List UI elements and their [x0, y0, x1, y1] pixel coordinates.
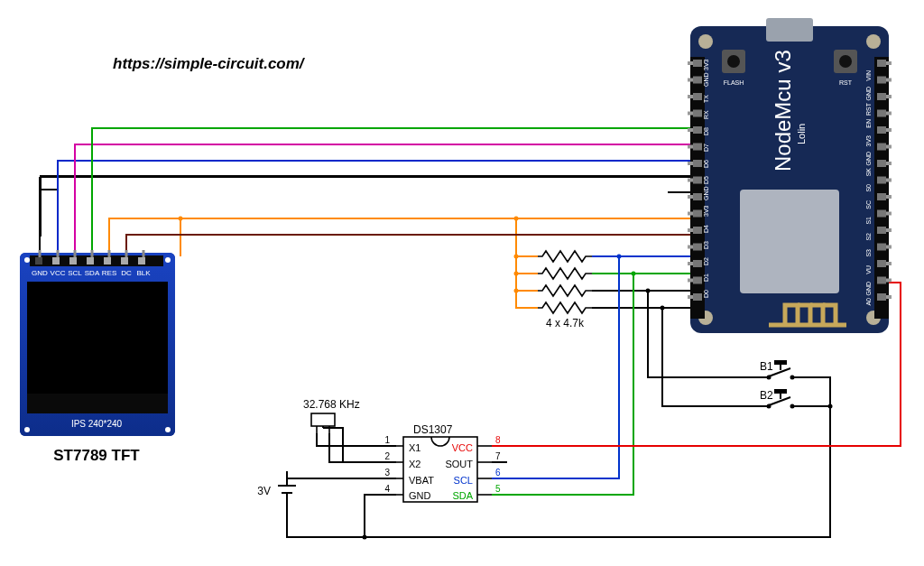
svg-rect-118 [693, 293, 702, 301]
svg-text:D2: D2 [703, 257, 709, 265]
svg-text:B2: B2 [760, 389, 773, 402]
svg-point-41 [24, 427, 30, 432]
svg-text:D7: D7 [703, 144, 709, 152]
svg-text:BLK: BLK [136, 269, 151, 277]
svg-rect-155 [774, 360, 787, 365]
svg-text:VIN: VIN [865, 70, 872, 81]
svg-text:VBAT: VBAT [409, 475, 434, 486]
svg-point-46 [866, 34, 881, 49]
svg-rect-133 [886, 162, 892, 165]
svg-rect-143 [886, 246, 892, 249]
svg-text:D6: D6 [703, 160, 709, 168]
svg-text:VU: VU [865, 265, 872, 274]
svg-text:GND: GND [865, 87, 872, 101]
svg-text:RST: RST [865, 102, 872, 116]
svg-text:GND: GND [865, 282, 872, 296]
svg-rect-97 [688, 112, 693, 116]
svg-point-10 [828, 404, 833, 409]
svg-rect-103 [688, 162, 693, 165]
svg-rect-107 [688, 195, 693, 199]
svg-point-45 [698, 34, 713, 49]
svg-text:TX: TX [703, 95, 709, 103]
svg-rect-132 [877, 160, 886, 167]
svg-rect-108 [693, 210, 702, 218]
svg-text:SCL: SCL [68, 269, 82, 277]
svg-rect-124 [877, 93, 886, 100]
svg-rect-131 [886, 145, 892, 149]
svg-rect-104 [693, 177, 702, 184]
svg-rect-122 [877, 77, 886, 84]
svg-text:D8: D8 [703, 127, 709, 135]
svg-text:NodeMcu v3: NodeMcu v3 [771, 50, 795, 172]
nodemcu: FLASH RST NodeMcu v3 Lolin 3V3 GND TX RX [690, 18, 889, 333]
svg-text:S1: S1 [865, 217, 872, 225]
svg-point-161 [790, 404, 795, 409]
svg-text:X2: X2 [409, 459, 420, 469]
svg-text:6: 6 [495, 468, 501, 478]
svg-text:2: 2 [384, 451, 390, 461]
battery-label: 3V [257, 485, 271, 497]
svg-text:3: 3 [384, 468, 390, 478]
svg-text:S0: S0 [865, 184, 872, 192]
svg-text:D0: D0 [703, 290, 709, 298]
svg-text:SOUT: SOUT [445, 459, 473, 469]
svg-rect-105 [688, 179, 693, 182]
svg-text:3V3: 3V3 [703, 205, 709, 217]
svg-text:DS1307: DS1307 [413, 423, 453, 436]
source-url: https://simple-circuit.com/ [113, 55, 306, 72]
svg-text:A0: A0 [865, 298, 872, 306]
svg-text:8: 8 [495, 435, 501, 445]
svg-text:RX: RX [703, 110, 709, 119]
svg-rect-101 [688, 145, 693, 149]
svg-rect-106 [693, 193, 702, 200]
svg-rect-92 [693, 77, 702, 84]
svg-text:SK: SK [865, 168, 872, 177]
svg-text:SCL: SCL [454, 475, 473, 486]
svg-text:GND: GND [703, 72, 709, 87]
svg-point-40 [165, 257, 171, 263]
svg-rect-21 [138, 257, 145, 264]
svg-rect-49 [740, 190, 839, 293]
svg-text:1: 1 [384, 435, 390, 445]
svg-point-3 [514, 255, 519, 259]
svg-text:D5: D5 [703, 176, 709, 184]
svg-rect-134 [877, 177, 886, 184]
svg-text:X1: X1 [409, 442, 420, 453]
svg-rect-140 [877, 227, 886, 234]
svg-rect-141 [886, 228, 892, 232]
svg-rect-98 [693, 126, 702, 134]
svg-rect-44 [766, 18, 813, 42]
svg-rect-117 [688, 279, 693, 283]
svg-rect-90 [693, 60, 702, 67]
svg-rect-94 [693, 93, 702, 100]
svg-point-53 [839, 55, 852, 68]
svg-rect-192 [311, 413, 335, 426]
svg-rect-119 [688, 295, 693, 299]
svg-rect-139 [886, 212, 892, 216]
svg-text:3V3: 3V3 [703, 59, 709, 70]
svg-point-153 [790, 376, 795, 380]
svg-text:RST: RST [839, 79, 853, 86]
svg-rect-145 [886, 262, 892, 265]
svg-text:VCC: VCC [51, 269, 66, 277]
resistor-label: 4 x 4.7k [546, 317, 585, 329]
button-b1: B1 [749, 360, 808, 380]
svg-rect-147 [886, 279, 892, 283]
svg-rect-137 [886, 195, 892, 199]
svg-rect-149 [886, 295, 892, 299]
svg-rect-121 [886, 61, 892, 65]
svg-rect-129 [886, 128, 892, 132]
resistor-bank [538, 251, 592, 313]
svg-rect-123 [886, 79, 892, 82]
svg-text:S2: S2 [865, 233, 872, 241]
svg-point-51 [727, 55, 740, 68]
svg-text:EN: EN [865, 119, 872, 128]
svg-text:GND: GND [865, 152, 872, 166]
svg-rect-130 [877, 144, 886, 151]
wire-tft-gnd [41, 190, 59, 237]
svg-point-5 [514, 289, 519, 293]
svg-rect-144 [877, 260, 886, 267]
svg-text:D4: D4 [703, 225, 709, 233]
svg-rect-17 [69, 257, 77, 264]
svg-point-39 [24, 257, 30, 263]
